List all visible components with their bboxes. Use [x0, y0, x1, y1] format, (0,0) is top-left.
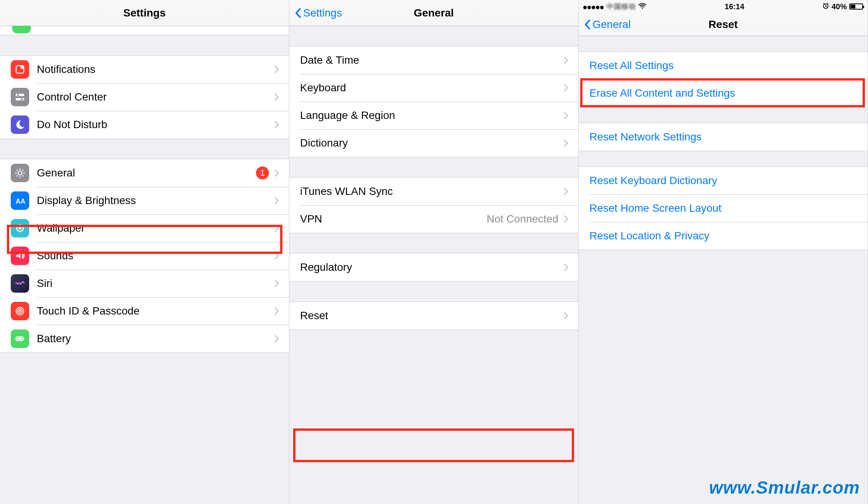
row-label: General: [37, 167, 75, 179]
row-erase-all[interactable]: Erase All Content and Settings: [579, 79, 868, 107]
row-touchid-passcode[interactable]: Touch ID & Passcode: [0, 297, 289, 325]
row-do-not-disturb[interactable]: Do Not Disturb: [0, 111, 289, 138]
row-notifications[interactable]: Notifications: [0, 56, 289, 83]
group-reset-all: Reset All Settings Erase All Content and…: [579, 51, 868, 107]
svg-point-10: [19, 224, 21, 226]
row-vpn[interactable]: VPN Not Connected: [289, 205, 578, 233]
row-label: Siri: [37, 277, 52, 290]
row-display-brightness[interactable]: AA Display & Brightness: [0, 187, 289, 214]
row-reset-location[interactable]: Reset Location & Privacy: [579, 222, 868, 250]
row-general[interactable]: General 1: [0, 159, 289, 187]
svg-rect-2: [16, 94, 25, 96]
svg-point-5: [21, 98, 23, 100]
row-battery[interactable]: Battery: [0, 325, 289, 352]
row-label: Regulatory: [300, 261, 352, 273]
chevron-right-icon: [563, 311, 569, 320]
row-reset-keyboard[interactable]: Reset Keyboard Dictionary: [579, 167, 868, 194]
chevron-right-icon: [563, 138, 569, 148]
back-button[interactable]: General: [584, 18, 631, 31]
group-regulatory: Regulatory: [289, 253, 578, 282]
navbar-settings: Settings: [0, 0, 289, 26]
highlight-reset: [293, 428, 574, 462]
row-label: Battery: [37, 333, 71, 345]
battery-icon: [849, 3, 863, 10]
group-general: General 1 AA Display & Brightness Wallpa…: [0, 159, 289, 353]
signal-dots-icon: [583, 2, 604, 11]
row-dictionary[interactable]: Dictionary: [289, 129, 578, 157]
row-language-region[interactable]: Language & Region: [289, 102, 578, 129]
row-regulatory[interactable]: Regulatory: [289, 254, 578, 281]
chevron-right-icon: [274, 224, 280, 233]
control-center-icon: [11, 88, 29, 106]
chevron-right-icon: [563, 263, 569, 272]
svg-point-13: [23, 227, 24, 229]
row-label: Date & Time: [300, 54, 359, 66]
row-label: Reset Network Settings: [589, 131, 702, 143]
watermark: www.Smular.com: [709, 477, 860, 498]
badge: 1: [256, 166, 269, 180]
alarm-icon: [822, 2, 829, 11]
svg-point-11: [19, 231, 21, 232]
svg-point-16: [19, 310, 21, 312]
back-button[interactable]: Settings: [295, 7, 342, 19]
wallpaper-icon: [11, 219, 29, 237]
chevron-right-icon: [563, 214, 569, 224]
group-reset: Reset: [289, 301, 578, 330]
chevron-right-icon: [274, 306, 280, 316]
pane-reset: 中国移动 16:14 40% General Reset Reset All S…: [579, 0, 868, 504]
row-label: Notifications: [37, 63, 96, 76]
gear-icon: [11, 164, 29, 182]
navbar-general: Settings General: [289, 0, 578, 26]
row-reset-network[interactable]: Reset Network Settings: [579, 123, 868, 151]
group-datetime: Date & Time Keyboard Language & Region D…: [289, 46, 578, 157]
row-label: Reset: [300, 310, 328, 322]
svg-text:AA: AA: [16, 198, 26, 205]
svg-point-20: [642, 8, 643, 9]
row-label: iTunes WLAN Sync: [300, 185, 393, 198]
chevron-right-icon: [274, 168, 280, 178]
pane-general: Settings General Date & Time Keyboard La…: [289, 0, 579, 504]
row-siri[interactable]: Siri: [0, 270, 289, 297]
fingerprint-icon: [11, 302, 29, 320]
row-label: Dictionary: [300, 137, 348, 149]
row-itunes-wlan[interactable]: iTunes WLAN Sync: [289, 178, 578, 205]
row-sounds[interactable]: Sounds: [0, 242, 289, 270]
svg-point-15: [18, 309, 23, 314]
row-label: Language & Region: [300, 109, 395, 122]
chevron-right-icon: [274, 251, 280, 260]
page-title: General: [414, 7, 454, 19]
svg-rect-3: [16, 98, 25, 100]
row-wallpaper[interactable]: Wallpaper: [0, 214, 289, 242]
chevron-right-icon: [274, 65, 280, 74]
svg-point-4: [17, 94, 19, 96]
group-reset-network: Reset Network Settings: [579, 123, 868, 151]
chevron-right-icon: [563, 111, 569, 120]
navbar-reset: General Reset: [579, 13, 868, 36]
row-label: VPN: [300, 213, 322, 225]
row-label: Do Not Disturb: [37, 119, 107, 131]
notifications-icon: [11, 60, 29, 79]
row-reset-home[interactable]: Reset Home Screen Layout: [579, 194, 868, 222]
moon-icon: [11, 115, 29, 134]
row-label: Touch ID & Passcode: [37, 305, 140, 317]
row-label: Reset All Settings: [589, 59, 673, 72]
row-reset-all-settings[interactable]: Reset All Settings: [579, 52, 868, 79]
row-label: Reset Home Screen Layout: [589, 202, 721, 214]
wifi-icon: [638, 2, 647, 11]
page-title: Settings: [123, 7, 165, 19]
row-reset[interactable]: Reset: [289, 302, 578, 329]
svg-point-1: [20, 65, 24, 69]
row-label: Keyboard: [300, 82, 346, 94]
row-label: Sounds: [37, 250, 73, 262]
display-icon: AA: [11, 191, 29, 210]
group-reset-misc: Reset Keyboard Dictionary Reset Home Scr…: [579, 166, 868, 250]
svg-rect-18: [23, 338, 25, 340]
row-keyboard[interactable]: Keyboard: [289, 74, 578, 102]
row-date-time[interactable]: Date & Time: [289, 46, 578, 74]
row-label: Reset Location & Privacy: [589, 230, 710, 242]
row-control-center[interactable]: Control Center: [0, 83, 289, 111]
page-title: Reset: [708, 18, 738, 31]
row-label: Reset Keyboard Dictionary: [589, 175, 717, 187]
row-label: Erase All Content and Settings: [589, 87, 735, 99]
chevron-right-icon: [274, 334, 280, 343]
